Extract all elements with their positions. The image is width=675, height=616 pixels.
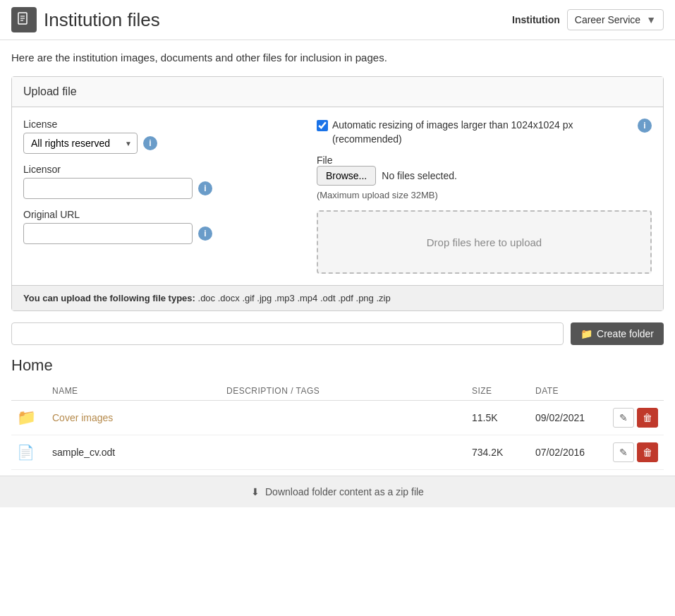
edit-button[interactable]: ✎: [613, 408, 634, 428]
licensor-label: Licensor: [23, 164, 303, 175]
col-header-icon: [11, 382, 47, 401]
upload-title: Upload file: [12, 77, 663, 107]
upload-left: License All rights reserved Creative Com…: [23, 119, 303, 274]
license-row: All rights reserved Creative Commons Pub…: [23, 133, 303, 154]
licensor-info-icon: i: [198, 181, 212, 195]
license-label: License: [23, 119, 303, 130]
row-size-cell: 734.2K: [466, 435, 530, 470]
original-url-input[interactable]: [23, 223, 193, 244]
col-header-actions: [607, 382, 664, 401]
row-actions-cell: ✎ 🗑: [607, 401, 664, 435]
row-date-cell: 09/02/2021: [530, 401, 607, 435]
file-name: sample_cv.odt: [52, 447, 115, 458]
page-icon: [11, 7, 37, 32]
file-row: Browse... No files selected.: [317, 166, 652, 186]
licensor-row: i: [23, 178, 303, 199]
folder-link[interactable]: Cover images: [52, 412, 113, 423]
license-select-wrapper[interactable]: All rights reserved Creative Commons Pub…: [23, 133, 138, 154]
folder-icon: 📁: [580, 328, 592, 339]
chevron-down-icon: ▼: [646, 14, 656, 25]
drop-zone[interactable]: Drop files here to upload: [317, 210, 652, 274]
folder-name-input[interactable]: [11, 322, 564, 345]
download-label: Download folder content as a zip file: [265, 486, 424, 497]
row-date-cell: 07/02/2016: [530, 435, 607, 470]
browse-button[interactable]: Browse...: [317, 166, 376, 186]
file-table: NAME DESCRIPTION / TAGS SIZE DATE 📁Cover…: [11, 382, 664, 470]
table-row: 📁Cover images11.5K09/02/2021 ✎ 🗑: [11, 401, 664, 435]
col-header-size: SIZE: [466, 382, 530, 401]
header-left: Institution files: [11, 7, 160, 32]
footer-bar: ⬇ Download folder content as a zip file: [0, 476, 675, 507]
file-types-list: .doc .docx .gif .jpg .mp3 .mp4 .odt .pdf…: [198, 293, 391, 303]
max-size-text: (Maximum upload size 32MB): [317, 190, 652, 200]
no-file-text: No files selected.: [382, 170, 457, 181]
create-folder-label: Create folder: [597, 328, 654, 339]
row-size-cell: 11.5K: [466, 401, 530, 435]
download-icon: ⬇: [251, 486, 260, 497]
licensor-input[interactable]: [23, 178, 193, 199]
col-header-desc: DESCRIPTION / TAGS: [221, 382, 466, 401]
col-header-name: NAME: [47, 382, 221, 401]
subheader-text: Here are the institution images, documen…: [11, 52, 664, 64]
col-header-date: DATE: [530, 382, 607, 401]
row-name-cell[interactable]: Cover images: [47, 401, 221, 435]
license-group: License All rights reserved Creative Com…: [23, 119, 303, 154]
delete-button[interactable]: 🗑: [637, 442, 658, 462]
row-name-cell: sample_cv.odt: [47, 435, 221, 470]
original-url-info-icon: i: [198, 227, 212, 241]
page-subheader: Here are the institution images, documen…: [0, 40, 675, 69]
institution-select-value: Career Service: [575, 14, 640, 25]
auto-resize-text: Automatic resizing of images larger than…: [332, 119, 632, 146]
upload-body: License All rights reserved Creative Com…: [12, 107, 663, 285]
page-header: Institution files Institution Career Ser…: [0, 0, 675, 40]
home-title: Home: [11, 356, 664, 375]
auto-resize-checkbox[interactable]: [317, 120, 328, 131]
file-label: File: [317, 155, 652, 166]
auto-resize-left: Automatic resizing of images larger than…: [317, 119, 632, 146]
license-info-icon: i: [143, 136, 157, 150]
original-url-label: Original URL: [23, 209, 303, 220]
row-desc-cell: [221, 401, 466, 435]
actions-cell: ✎ 🗑: [613, 408, 658, 428]
create-folder-button[interactable]: 📁 Create folder: [571, 322, 664, 345]
file-group: File Browse... No files selected. (Maxim…: [317, 155, 652, 200]
original-url-group: Original URL i: [23, 209, 303, 244]
table-body: 📁Cover images11.5K09/02/2021 ✎ 🗑 📄sample…: [11, 401, 664, 470]
actions-cell: ✎ 🗑: [613, 442, 658, 462]
table-header: NAME DESCRIPTION / TAGS SIZE DATE: [11, 382, 664, 401]
table-row: 📄sample_cv.odt734.2K07/02/2016 ✎ 🗑: [11, 435, 664, 470]
header-right: Institution Career Service ▼: [512, 9, 664, 30]
delete-button[interactable]: 🗑: [637, 408, 658, 428]
page-title: Institution files: [44, 9, 160, 31]
row-actions-cell: ✎ 🗑: [607, 435, 664, 470]
file-types-label: You can upload the following file types:: [23, 293, 195, 303]
original-url-row: i: [23, 223, 303, 244]
file-icon-cell: 📄: [11, 435, 47, 470]
file-types-bar: You can upload the following file types:…: [12, 285, 663, 310]
edit-button[interactable]: ✎: [613, 442, 634, 462]
home-section: Home NAME DESCRIPTION / TAGS SIZE DATE 📁…: [0, 351, 675, 476]
institution-dropdown[interactable]: Career Service ▼: [567, 9, 664, 30]
institution-label: Institution: [512, 14, 560, 25]
folder-icon-cell: 📁: [11, 401, 47, 435]
upload-right: Automatic resizing of images larger than…: [317, 119, 652, 274]
action-bar: 📁 Create folder: [11, 322, 664, 345]
auto-resize-info-icon: i: [638, 119, 652, 133]
license-select[interactable]: All rights reserved Creative Commons Pub…: [23, 133, 138, 154]
download-zip-link[interactable]: ⬇ Download folder content as a zip file: [251, 486, 424, 497]
auto-resize-row: Automatic resizing of images larger than…: [317, 119, 652, 146]
row-desc-cell: [221, 435, 466, 470]
drop-zone-text: Drop files here to upload: [427, 236, 542, 248]
licensor-group: Licensor i: [23, 164, 303, 199]
upload-section: Upload file License All rights reserved …: [11, 76, 664, 311]
